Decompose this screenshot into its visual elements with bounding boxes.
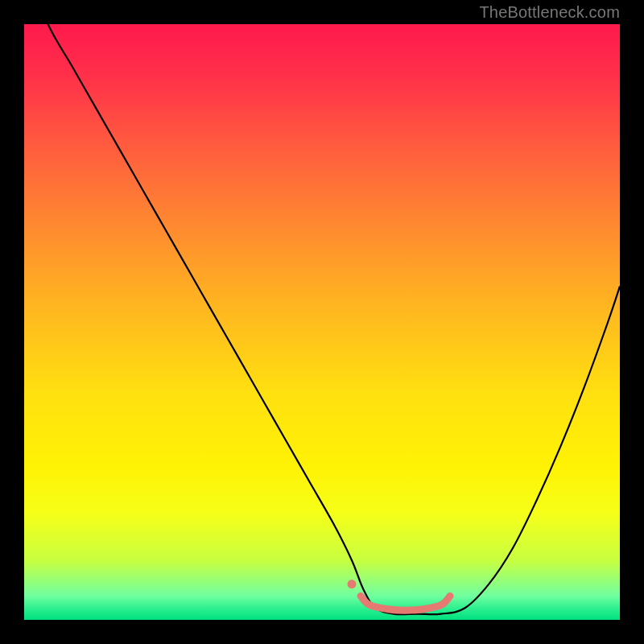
watermark-label: TheBottleneck.com xyxy=(479,3,620,22)
chart-dot xyxy=(348,580,357,588)
plot-area xyxy=(24,24,620,620)
chart-curve xyxy=(24,24,620,614)
curve-svg xyxy=(24,24,620,620)
chart-flat-marker xyxy=(361,596,450,610)
chart-frame: TheBottleneck.com xyxy=(0,0,644,644)
